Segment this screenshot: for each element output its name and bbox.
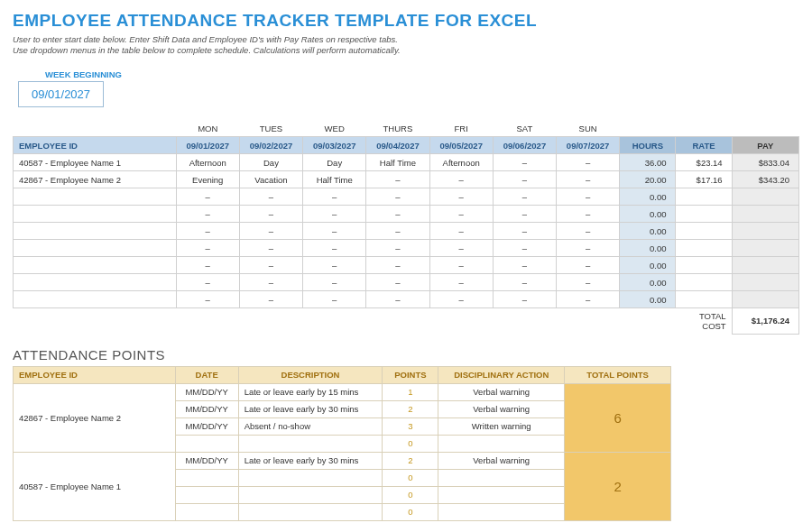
points-employee-cell: 40587 - Employee Name 1 [14, 452, 176, 520]
shift-cell[interactable]: – [429, 171, 493, 188]
shift-cell[interactable]: – [303, 240, 366, 257]
shift-cell[interactable]: – [557, 274, 620, 291]
shift-cell[interactable]: Half Time [366, 154, 429, 171]
shift-cell[interactable]: – [366, 223, 429, 240]
shift-cell[interactable]: – [239, 240, 302, 257]
shift-cell[interactable]: – [493, 274, 556, 291]
shift-cell[interactable]: – [366, 188, 429, 206]
employee-id-cell[interactable]: 40587 - Employee Name 1 [14, 154, 177, 171]
shift-cell[interactable]: – [493, 154, 556, 171]
shift-cell[interactable]: – [429, 223, 493, 240]
shift-cell[interactable]: – [176, 240, 239, 257]
points-action-cell [438, 486, 565, 503]
shift-cell[interactable]: – [557, 206, 620, 223]
shift-cell[interactable]: Vacation [239, 171, 302, 188]
shift-cell[interactable]: – [239, 223, 302, 240]
employee-id-cell[interactable] [14, 274, 177, 291]
shift-cell[interactable]: – [429, 240, 493, 257]
employee-id-cell[interactable] [14, 206, 177, 223]
shift-cell[interactable]: – [429, 274, 493, 291]
shift-cell[interactable]: – [429, 188, 493, 206]
shift-cell[interactable]: – [366, 240, 429, 257]
shift-cell[interactable]: – [429, 206, 493, 223]
points-date-cell[interactable] [175, 503, 238, 520]
points-date-cell[interactable] [175, 486, 238, 503]
employee-id-cell[interactable]: 42867 - Employee Name 2 [14, 171, 177, 188]
shift-cell[interactable]: – [366, 291, 429, 308]
shift-cell[interactable]: – [557, 257, 620, 274]
points-date-cell[interactable]: MM/DD/YY [175, 400, 238, 417]
shift-cell[interactable]: – [239, 206, 302, 223]
shift-cell[interactable]: – [176, 291, 239, 308]
points-date-cell[interactable]: MM/DD/YY [175, 452, 238, 469]
points-action-cell: Written warning [438, 417, 565, 435]
shift-cell[interactable]: Half Time [303, 171, 366, 188]
points-date-cell[interactable] [175, 435, 238, 452]
header-rate: RATE [676, 137, 732, 154]
shift-cell[interactable]: – [303, 291, 366, 308]
shift-cell[interactable]: – [176, 206, 239, 223]
pay-cell [732, 274, 798, 291]
day-of-week-row: MON TUES WED THURS FRI SAT SUN [14, 120, 799, 137]
shift-cell[interactable]: – [366, 206, 429, 223]
points-description-cell[interactable]: Late or leave early by 30 mins [238, 400, 383, 417]
points-description-cell[interactable] [238, 435, 383, 452]
shift-cell[interactable]: – [366, 274, 429, 291]
shift-cell[interactable]: – [366, 257, 429, 274]
shift-cell[interactable]: – [493, 223, 556, 240]
shift-cell[interactable]: – [429, 291, 493, 308]
employee-id-cell[interactable] [14, 223, 177, 240]
shift-cell[interactable]: – [493, 291, 556, 308]
shift-cell[interactable]: – [493, 240, 556, 257]
shift-cell[interactable]: Evening [176, 171, 239, 188]
shift-cell[interactable]: Day [303, 154, 366, 171]
points-action-cell: Verbal warning [438, 400, 565, 417]
shift-cell[interactable]: – [557, 188, 620, 206]
points-total-cell: 6 [565, 383, 671, 452]
points-description-cell[interactable] [238, 503, 383, 520]
points-description-cell[interactable] [238, 469, 383, 486]
shift-cell[interactable]: Afternoon [429, 154, 493, 171]
points-description-cell[interactable] [238, 486, 383, 503]
points-date-cell[interactable]: MM/DD/YY [175, 417, 238, 435]
shift-cell[interactable]: – [239, 274, 302, 291]
shift-cell[interactable]: – [493, 171, 556, 188]
points-date-cell[interactable]: MM/DD/YY [175, 383, 238, 400]
shift-cell[interactable]: – [239, 188, 302, 206]
pay-cell [732, 188, 798, 206]
points-description-cell[interactable]: Late or leave early by 30 mins [238, 452, 383, 469]
shift-cell[interactable]: – [366, 171, 429, 188]
header-date-4: 09/05/2027 [429, 137, 493, 154]
shift-cell[interactable]: – [239, 257, 302, 274]
points-date-cell[interactable] [175, 469, 238, 486]
shift-cell[interactable]: – [303, 206, 366, 223]
shift-cell[interactable]: – [493, 206, 556, 223]
shift-cell[interactable]: – [493, 257, 556, 274]
shift-cell[interactable]: Day [239, 154, 302, 171]
shift-cell[interactable]: – [303, 257, 366, 274]
header-pay: PAY [732, 137, 798, 154]
employee-id-cell[interactable] [14, 257, 177, 274]
shift-cell[interactable]: – [176, 257, 239, 274]
shift-cell[interactable]: – [303, 274, 366, 291]
employee-id-cell[interactable] [14, 240, 177, 257]
employee-id-cell[interactable] [14, 291, 177, 308]
shift-cell[interactable]: – [557, 223, 620, 240]
shift-cell[interactable]: – [493, 188, 556, 206]
shift-cell[interactable]: – [176, 223, 239, 240]
shift-cell[interactable]: – [557, 240, 620, 257]
shift-cell[interactable]: – [176, 188, 239, 206]
shift-cell[interactable]: – [557, 154, 620, 171]
shift-cell[interactable]: Afternoon [176, 154, 239, 171]
shift-cell[interactable]: – [239, 291, 302, 308]
shift-cell[interactable]: – [429, 257, 493, 274]
points-description-cell[interactable]: Absent / no-show [238, 417, 383, 435]
points-description-cell[interactable]: Late or leave early by 15 mins [238, 383, 383, 400]
shift-cell[interactable]: – [557, 171, 620, 188]
employee-id-cell[interactable] [14, 188, 177, 206]
shift-cell[interactable]: – [303, 188, 366, 206]
week-beginning-input[interactable]: 09/01/2027 [18, 81, 104, 107]
shift-cell[interactable]: – [176, 274, 239, 291]
shift-cell[interactable]: – [303, 223, 366, 240]
shift-cell[interactable]: – [557, 291, 620, 308]
